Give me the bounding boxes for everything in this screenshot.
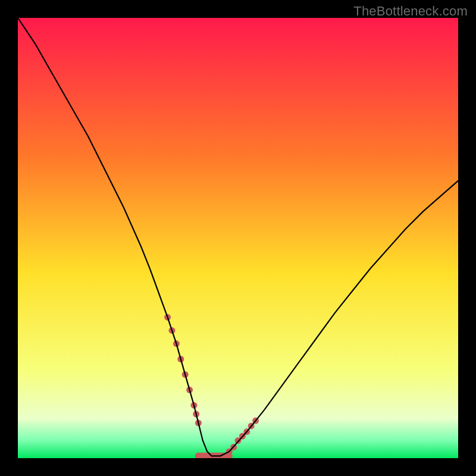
bottleneck-chart xyxy=(18,18,458,458)
watermark-text: TheBottleneck.com xyxy=(353,4,468,19)
gradient-background xyxy=(18,18,458,458)
plot-area xyxy=(18,18,458,458)
chart-stage: TheBottleneck.com xyxy=(0,0,476,476)
